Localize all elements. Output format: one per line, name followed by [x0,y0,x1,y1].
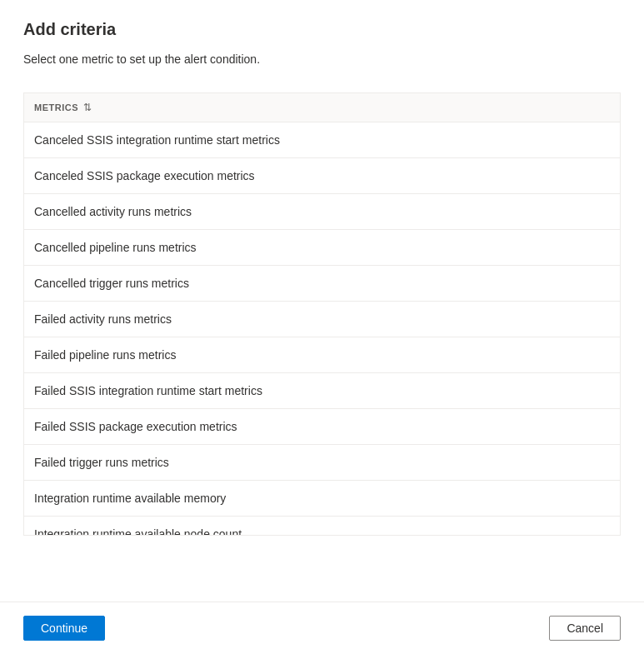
continue-button[interactable]: Continue [23,616,105,641]
dialog-footer: Continue Cancel [0,602,644,654]
list-item[interactable]: Integration runtime available node count [24,517,620,535]
dialog-subtitle: Select one metric to set up the alert co… [23,52,621,66]
list-item[interactable]: Integration runtime available memory [24,481,620,517]
cancel-button[interactable]: Cancel [549,616,621,641]
list-item[interactable]: Failed activity runs metrics [24,302,620,337]
list-item[interactable]: Cancelled trigger runs metrics [24,266,620,302]
list-item[interactable]: Failed trigger runs metrics [24,445,620,481]
list-item[interactable]: Failed SSIS integration runtime start me… [24,373,620,409]
list-item[interactable]: Canceled SSIS package execution metrics [24,158,620,194]
metrics-label: METRICS [34,102,78,112]
list-item[interactable]: Cancelled activity runs metrics [24,194,620,230]
list-item[interactable]: Cancelled pipeline runs metrics [24,230,620,266]
content-area: METRICS ⇅ Canceled SSIS integration runt… [0,92,644,602]
sort-icon[interactable]: ⇅ [83,102,92,113]
list-item[interactable]: Failed pipeline runs metrics [24,337,620,373]
list-item[interactable]: Failed SSIS package execution metrics [24,409,620,445]
metrics-list: Canceled SSIS integration runtime start … [24,122,620,535]
dialog-header: Add criteria Select one metric to set up… [0,0,644,92]
add-criteria-dialog: Add criteria Select one metric to set up… [0,0,644,654]
metrics-table: METRICS ⇅ Canceled SSIS integration runt… [23,92,621,536]
list-item[interactable]: Canceled SSIS integration runtime start … [24,122,620,158]
metrics-column-header: METRICS ⇅ [24,93,620,122]
dialog-title: Add criteria [23,20,621,39]
